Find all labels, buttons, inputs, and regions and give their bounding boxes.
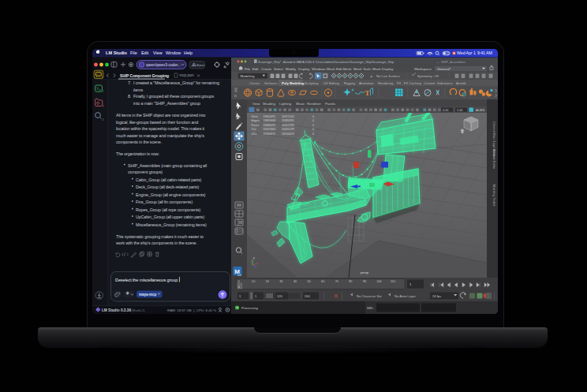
svg-text:Finally, I grouped all these c: Finally, I grouped all these component g… [133, 94, 214, 99]
svg-text:qwen/qwen3-coder...: qwen/qwen3-coder... [146, 63, 181, 67]
svg-text:24 fps: 24 fps [432, 294, 441, 298]
svg-text:1.00: 1.00 [457, 109, 462, 112]
svg-text:Custom: Custom [424, 81, 436, 85]
svg-text:Engine_Group (all engine compo: Engine_Group (all engine components) [136, 192, 206, 197]
svg-text:View: View [153, 50, 163, 55]
svg-text:ACES: ACES [476, 108, 485, 112]
svg-text:Scavenger_Ship* - Autodesk MAY: Scavenger_Ship* - Autodesk MAYA 2026.3: … [258, 61, 394, 64]
svg-text:7.: 7. [128, 80, 131, 85]
svg-text:UV Editing: UV Editing [323, 81, 339, 85]
svg-text:◉: ◉ [370, 74, 373, 78]
svg-text:All items in the SHIP object a: All items in the SHIP object are now org… [116, 113, 205, 118]
svg-text:50: 50 [308, 280, 311, 283]
svg-text:General*: General* [437, 67, 451, 71]
svg-text:— SHIP_Assemblies: — SHIP_Assemblies [436, 60, 465, 64]
svg-text:The organization is now:: The organization is now: [116, 151, 159, 156]
svg-text:Tris:: Tris: [252, 128, 257, 131]
svg-text:0: 0 [312, 115, 314, 118]
svg-text:Sculpting: Sculpting [305, 81, 319, 85]
svg-text:110: 110 [391, 280, 395, 283]
svg-text:Attribute Editor: Attribute Editor [492, 149, 495, 170]
svg-text:20: 20 [266, 280, 269, 283]
svg-text:location within the spaceship: location within the spaceship model. Thi… [116, 126, 205, 131]
svg-text:33591863: 33591863 [264, 128, 276, 131]
svg-text:File: File [245, 67, 251, 71]
svg-text:No Character Set: No Character Set [357, 294, 382, 298]
svg-text:Modify: Modify [286, 67, 297, 71]
svg-text:File: File [130, 50, 137, 55]
svg-text:Faces:: Faces: [252, 124, 260, 127]
svg-text:0.00: 0.00 [443, 109, 448, 112]
svg-text:200: 200 [305, 294, 310, 298]
svg-text:UVs:: UVs: [252, 133, 258, 136]
svg-text:LM Studio: LM Studio [106, 50, 128, 55]
svg-text:Show: Show [296, 102, 305, 106]
svg-text:Substance: Substance [437, 81, 453, 85]
svg-text:T: T [365, 89, 370, 97]
svg-text:Edges:: Edges: [252, 119, 260, 122]
svg-text:Eject: Eject [197, 63, 206, 67]
svg-text:16854491: 16854491 [264, 115, 276, 118]
svg-text:18534419: 18534419 [282, 133, 294, 136]
svg-text:19180870: 19180870 [264, 133, 276, 136]
svg-text:32830991: 32830991 [282, 119, 294, 122]
svg-text:70: 70 [335, 280, 338, 283]
svg-text:0: 0 [238, 280, 240, 283]
svg-text:9:41 AM: 9:41 AM [477, 50, 492, 55]
svg-text:Wed Apr 1: Wed Apr 1 [457, 50, 476, 55]
svg-text:33803668: 33803668 [264, 119, 276, 122]
svg-text:120: 120 [277, 294, 282, 298]
svg-text:No Live Surface: No Live Surface [376, 74, 400, 78]
svg-text:Miscellaneous_Group (remaining: Miscellaneous_Group (remaining items) [136, 222, 207, 227]
svg-text:This systematic grouping makes: This systematic grouping makes it much e… [116, 234, 204, 239]
svg-text:16452938: 16452938 [282, 124, 294, 127]
svg-text:I created a "Miscellaneous_Gro: I created a "Miscellaneous_Group" for re… [133, 80, 219, 85]
svg-text:Modeling Toolkit: Modeling Toolkit [492, 185, 495, 207]
svg-text:32635199: 32635199 [282, 128, 294, 131]
svg-text:90: 90 [363, 280, 366, 283]
svg-text:into a main "SHIP_Assemblies": into a main "SHIP_Assemblies" group [133, 101, 200, 106]
svg-text:Mesh Display: Mesh Display [372, 67, 394, 71]
svg-text:Ropes_Group (all rope componen: Ropes_Group (all rope components) [136, 207, 201, 212]
svg-text:16371203: 16371203 [282, 115, 294, 118]
svg-text:Animation: Animation [359, 81, 374, 85]
svg-text:FX: FX [397, 81, 402, 85]
svg-text:8.: 8. [128, 94, 131, 99]
svg-text:Curves: Curves [249, 81, 260, 85]
svg-text:LM Studio 0.3.39: LM Studio 0.3.39 [102, 308, 131, 312]
svg-text:0: 0 [312, 119, 314, 122]
svg-text:View: View [252, 102, 260, 106]
svg-text:Edit: Edit [252, 67, 259, 71]
svg-text:maya-mcp: maya-mcp [139, 293, 157, 297]
svg-text:FX Caching: FX Caching [404, 81, 422, 85]
svg-text:SHIP_Assemblies (main group co: SHIP_Assemblies (main group containing a… [128, 163, 207, 168]
svg-text:40: 40 [294, 280, 297, 283]
svg-text:mcp.json: mcp.json [180, 73, 195, 77]
svg-text:work with the ship’s component: work with the ship’s components in the s… [115, 241, 197, 245]
svg-text:Renderer: Renderer [307, 102, 321, 106]
svg-text:Poly Modeling: Poly Modeling [282, 81, 305, 85]
svg-text:Lighting: Lighting [279, 102, 292, 106]
svg-text:0: 0 [312, 128, 314, 131]
svg-text:16846491: 16846491 [264, 124, 276, 127]
svg-text:100: 100 [377, 280, 382, 283]
svg-text:0: 0 [312, 124, 314, 127]
svg-text:Display: Display [298, 67, 310, 71]
svg-text:Select: Select [274, 67, 284, 71]
svg-text:Cabin_Group (all cabin-related: Cabin_Group (all cabin-related parts) [136, 177, 201, 182]
svg-text:logical, like-groups based on: logical, like-groups based on their func… [116, 120, 198, 125]
svg-text:UpCabin_Group (all upper cabin: UpCabin_Group (all upper cabin parts) [136, 215, 204, 219]
svg-text:Edit Mesh: Edit Mesh [336, 67, 352, 71]
svg-text:Rigging: Rigging [344, 81, 356, 85]
svg-text:Deselect the miscellaneous gro: Deselect the miscellaneous group [115, 278, 178, 282]
svg-text:Modeling: Modeling [241, 74, 255, 78]
svg-text:RAM: 18.87 GB | CPU: 8.40 %: RAM: 18.87 GB | CPU: 8.40 % [167, 308, 216, 312]
svg-text:Shading: Shading [263, 102, 275, 106]
svg-text:(Build 2): (Build 2) [132, 308, 145, 312]
svg-text:SHIP Component Grouping: SHIP Component Grouping [120, 74, 169, 78]
svg-text:No Anim Layer: No Anim Layer [394, 294, 416, 298]
svg-text:10: 10 [252, 280, 255, 283]
svg-text:Workspace: Workspace [414, 67, 432, 71]
svg-text:persp: persp [361, 271, 369, 274]
svg-text:Panels: Panels [325, 102, 335, 106]
